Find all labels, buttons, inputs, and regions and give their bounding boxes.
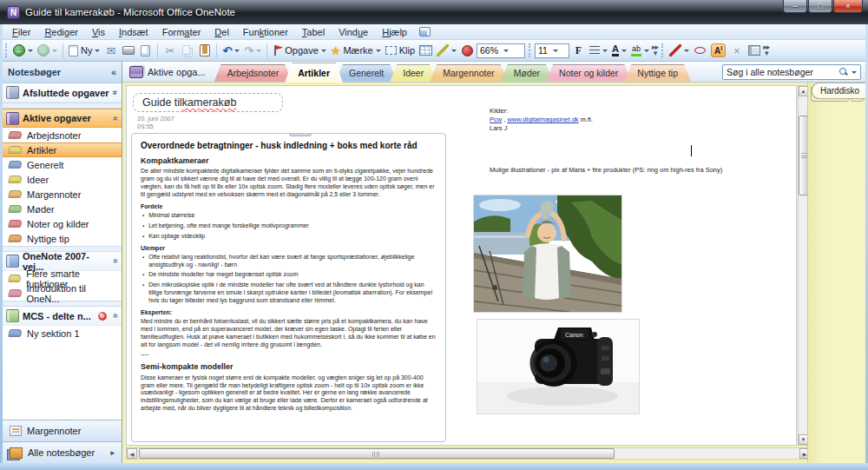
section-tab[interactable]: Ideer	[390, 64, 437, 82]
window-control-button[interactable]: ×	[833, 0, 863, 13]
menu-item[interactable]: Tabel	[295, 26, 332, 38]
rule-lines-button[interactable]	[746, 42, 762, 59]
task-button[interactable]: Opgave	[271, 42, 328, 59]
page-title-box[interactable]: Guide til kamerakøb	[133, 93, 283, 112]
search-input[interactable]: Søg i alle notesbøger	[722, 64, 861, 80]
menu-item[interactable]: Vindue	[332, 26, 375, 38]
toolbar-options-chevron[interactable]: ▸▸▾	[652, 44, 658, 56]
paste-button[interactable]	[196, 42, 213, 59]
font-size-combobox[interactable]: 11	[535, 43, 569, 58]
window-control-button[interactable]: □	[808, 0, 832, 13]
collapse-notebook-icon[interactable]: »	[111, 259, 121, 264]
copy-button[interactable]	[179, 42, 195, 59]
menu-item[interactable]: Filer	[5, 26, 37, 38]
horizontal-scrollbar-thumb[interactable]	[139, 448, 615, 459]
sidebar-section-item[interactable]: Ideer	[3, 172, 122, 187]
print-preview-button[interactable]	[137, 42, 154, 59]
redo-button[interactable]: ↷	[242, 42, 263, 59]
note-container[interactable]: Overordnede betragtninger - husk indledn…	[131, 133, 446, 442]
search-icon[interactable]	[839, 68, 848, 76]
sidebar-section-item[interactable]: Margennoter	[3, 187, 122, 202]
sidebar-section-item[interactable]: Arbejdsnoter	[3, 128, 122, 142]
drawing-tools-button[interactable]	[435, 42, 458, 59]
menu-item[interactable]: Rediger	[37, 26, 85, 38]
photo-dslr-camera[interactable]: Canon	[477, 320, 639, 414]
notebook-mcs[interactable]: MCS - delte n... ↻ »	[3, 307, 122, 326]
section-label: Generelt	[27, 160, 63, 170]
expand-notebook-icon[interactable]: »	[111, 90, 121, 96]
collapse-notebook-icon[interactable]: »	[111, 314, 121, 319]
section-tab[interactable]: Generelt	[336, 64, 397, 82]
sidebar-section-item[interactable]: Noter og kilder	[3, 216, 122, 231]
font-color-button[interactable]: A	[610, 42, 628, 59]
bullet-list-button[interactable]	[588, 42, 609, 59]
sources-note[interactable]: Kilder: Pcw , www.digitalmagasinet.dk m.…	[490, 107, 593, 133]
section-tab[interactable]: Nyttige tip	[624, 64, 691, 82]
insert-table-button[interactable]	[418, 42, 434, 59]
back-button[interactable]: ←	[11, 42, 35, 59]
sidebar-section-item[interactable]: Introduktion til OneN...	[3, 286, 122, 301]
section-tab[interactable]: Margennoter	[430, 64, 508, 82]
bold-button[interactable]: F	[570, 42, 587, 59]
window-control-button[interactable]: –	[783, 0, 807, 13]
font-color-icon: A	[612, 44, 619, 56]
illustrations-note[interactable]: Mulige illustrationer - pix af Maria + f…	[490, 166, 797, 174]
type-text-tool-button[interactable]: AI	[709, 42, 727, 59]
page-time: 09:55	[137, 122, 154, 130]
sidebar-section-item[interactable]: Artikler	[3, 142, 122, 157]
section-tab[interactable]: Arbejdsnoter	[214, 64, 293, 82]
marker-pen-button[interactable]	[667, 42, 691, 59]
sidebar-section-item[interactable]: Nyttige tip	[3, 231, 122, 246]
note-container-handle[interactable]	[289, 133, 312, 136]
new-page-button[interactable]: Ny	[67, 42, 102, 59]
cut-button[interactable]: ✂	[161, 42, 178, 59]
page-tab[interactable]: Harddisko	[812, 83, 865, 99]
collapse-sidebar-icon[interactable]: «	[111, 67, 116, 77]
section-tab[interactable]: Artikler	[285, 63, 343, 83]
clip-button[interactable]: Klip	[384, 42, 417, 59]
email-button[interactable]: ✉	[102, 42, 119, 59]
eraser-button[interactable]	[459, 42, 476, 59]
current-notebook-button[interactable]: Aktive opga...	[128, 62, 214, 82]
forward-button[interactable]: →	[36, 42, 59, 59]
delete-icon: ×	[733, 44, 740, 57]
menu-item[interactable]: Vis	[85, 26, 112, 38]
print-button[interactable]	[120, 42, 136, 59]
document-restore-icon[interactable]	[419, 27, 431, 36]
toolbar-grip[interactable]	[5, 43, 8, 57]
menu-item[interactable]: Indsæt	[112, 26, 155, 38]
source-link[interactable]: Pcw	[490, 116, 502, 123]
scroll-left-button[interactable]: ◀	[127, 448, 137, 459]
menu-item[interactable]: Formater	[155, 26, 208, 38]
source-link[interactable]: m.fl.	[581, 116, 593, 123]
notebook-stack-icon	[129, 66, 143, 78]
highlight-button[interactable]: ab	[629, 42, 651, 59]
horizontal-scrollbar[interactable]: ◀ ▶	[126, 447, 811, 460]
photo-child-with-fish[interactable]	[474, 195, 621, 312]
search-scope-dropdown-icon[interactable]	[852, 71, 857, 74]
menu-item[interactable]: Del	[207, 26, 236, 38]
note-text: ----	[141, 351, 148, 357]
collapse-notebook-icon[interactable]: »	[111, 116, 121, 121]
star-icon: ★	[331, 44, 341, 57]
toolbar-options-chevron-2[interactable]: ▸▸▾	[763, 44, 769, 56]
onenote-app-icon[interactable]: N	[7, 6, 20, 19]
section-tab[interactable]: Møder	[501, 64, 553, 82]
sidebar-section-item[interactable]: Ny sektion 1	[3, 326, 122, 341]
zoom-combobox[interactable]: 66%	[477, 43, 525, 58]
section-tab[interactable]: Noter og kilder	[546, 64, 631, 82]
all-notebooks-button[interactable]: Alle notesbøger ▸	[3, 441, 122, 463]
notebook-aktive-opgaver[interactable]: Aktive opgaver »	[3, 109, 122, 128]
note-page[interactable]: Guide til kamerakøb 20. juni 2007 09:55 …	[126, 85, 797, 446]
menu-item[interactable]: Funktioner	[236, 26, 295, 38]
undo-button[interactable]: ↶	[220, 42, 241, 59]
source-link[interactable]: www.digitalmagasinet.dk	[507, 116, 578, 123]
sidebar-section-item[interactable]: Møder	[3, 202, 122, 216]
tag-button[interactable]: ★Mærke	[329, 42, 383, 59]
margennoter-button[interactable]: Margennoter	[3, 420, 122, 441]
notebook-afsluttede-opgaver[interactable]: Afsluttede opgaver »	[3, 83, 122, 103]
delete-button[interactable]: ×	[728, 42, 745, 59]
lasso-select-button[interactable]	[692, 42, 708, 59]
sidebar-section-item[interactable]: Generelt	[3, 157, 122, 172]
menu-item[interactable]: Hjælp	[375, 26, 414, 38]
